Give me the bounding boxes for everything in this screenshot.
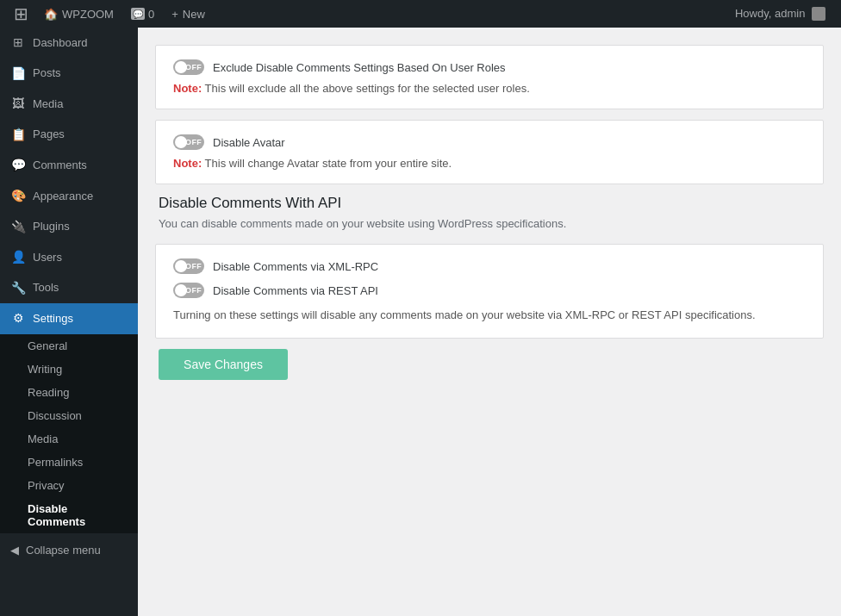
sidebar-label-tools: Tools	[33, 280, 59, 296]
avatar	[812, 7, 825, 21]
sidebar-item-tools[interactable]: 🔧 Tools	[0, 273, 138, 304]
sidebar-label-media: Media	[33, 96, 63, 112]
main-content: OFF Exclude Disable Comments Settings Ba…	[138, 28, 841, 616]
toggle-off-label-3: OFF	[185, 262, 202, 271]
note-label-2: Note:	[173, 157, 202, 170]
toggle-off-label-4: OFF	[185, 286, 202, 295]
collapse-menu-button[interactable]: ◀ Collapse menu	[0, 537, 138, 563]
settings-submenu: General Writing Reading Discussion Media…	[0, 334, 138, 533]
submenu-label-media: Media	[28, 432, 58, 445]
note-text-2: This will change Avatar state from your …	[202, 157, 452, 170]
exclude-roles-toggle-row: OFF Exclude Disable Comments Settings Ba…	[173, 59, 806, 75]
sidebar-label-comments: Comments	[33, 158, 87, 173]
plus-icon: +	[171, 8, 178, 21]
toggle-off-label: OFF	[185, 63, 202, 72]
wp-logo[interactable]: ⊞	[7, 3, 35, 24]
comment-bubble-icon: 💬	[131, 8, 145, 20]
submenu-label-permalinks: Permalinks	[28, 456, 83, 469]
sidebar-item-media[interactable]: 🖼 Media	[0, 89, 138, 120]
submenu-item-discussion[interactable]: Discussion	[0, 404, 138, 427]
sidebar-label-plugins: Plugins	[33, 219, 70, 234]
xmlrpc-toggle-row: OFF Disable Comments via XML-RPC	[173, 258, 806, 274]
dashboard-icon: ⊞	[10, 34, 26, 52]
submenu-label-reading: Reading	[28, 386, 69, 399]
api-section-heading-wrap: Disable Comments With API You can disabl…	[155, 195, 824, 230]
submenu-item-writing[interactable]: Writing	[0, 358, 138, 381]
howdy-text: Howdy, admin	[735, 7, 805, 20]
xmlrpc-label: Disable Comments via XML-RPC	[213, 260, 378, 273]
collapse-label: Collapse menu	[26, 544, 101, 557]
save-changes-button[interactable]: Save Changes	[159, 349, 288, 380]
toggle-off-label-2: OFF	[185, 138, 202, 146]
adminbar-site-link[interactable]: 🏠 WPZOOM	[35, 0, 122, 28]
rest-api-toggle-row: OFF Disable Comments via REST API	[173, 283, 806, 298]
exclude-roles-card: OFF Exclude Disable Comments Settings Ba…	[155, 45, 824, 109]
submenu-item-privacy[interactable]: Privacy	[0, 474, 138, 497]
appearance-icon: 🎨	[10, 188, 26, 205]
submenu-item-general[interactable]: General	[0, 334, 138, 358]
submenu-label-disable-comments: Disable Comments	[28, 502, 85, 528]
disable-avatar-toggle-row: OFF Disable Avatar	[173, 134, 806, 150]
posts-icon: 📄	[10, 65, 26, 83]
disable-avatar-card: OFF Disable Avatar Note: This will chang…	[155, 120, 824, 184]
sidebar-item-plugins[interactable]: 🔌 Plugins	[0, 212, 138, 243]
sidebar-item-comments[interactable]: 💬 Comments	[0, 150, 138, 181]
xmlrpc-toggle[interactable]: OFF	[173, 258, 204, 274]
exclude-roles-label: Exclude Disable Comments Settings Based …	[213, 61, 506, 74]
disable-avatar-note: Note: This will change Avatar state from…	[173, 157, 806, 170]
api-description: Turning on these settings will disable a…	[173, 307, 806, 324]
submenu-item-disable-comments[interactable]: Disable Comments	[0, 497, 138, 533]
rest-api-label: Disable Comments via REST API	[213, 284, 378, 297]
collapse-arrow-icon: ◀	[10, 544, 19, 557]
adminbar-comments-link[interactable]: 💬 0	[122, 0, 163, 28]
disable-avatar-toggle[interactable]: OFF	[173, 134, 204, 150]
sidebar-label-users: Users	[33, 250, 62, 265]
site-name: WPZOOM	[62, 8, 114, 21]
sidebar-label-pages: Pages	[33, 127, 65, 142]
sidebar-label-appearance: Appearance	[33, 189, 93, 204]
comments-count: 0	[148, 8, 154, 21]
submenu-label-general: General	[28, 339, 67, 352]
submenu-label-discussion: Discussion	[28, 409, 82, 422]
rest-api-toggle[interactable]: OFF	[173, 283, 204, 298]
admin-bar: ⊞ 🏠 WPZOOM 💬 0 + New Howdy, admin	[0, 0, 841, 28]
sidebar-item-dashboard[interactable]: ⊞ Dashboard	[0, 28, 138, 59]
api-section-heading: Disable Comments With API	[159, 195, 820, 212]
submenu-item-permalinks[interactable]: Permalinks	[0, 451, 138, 474]
save-wrap: Save Changes	[155, 349, 824, 380]
pages-icon: 📋	[10, 127, 26, 144]
note-text-1: This will exclude all the above settings…	[202, 82, 530, 95]
api-card: OFF Disable Comments via XML-RPC OFF Dis…	[155, 244, 824, 339]
comments-icon: 💬	[10, 157, 26, 174]
disable-avatar-label: Disable Avatar	[213, 136, 285, 149]
sidebar-label-posts: Posts	[33, 65, 61, 81]
submenu-item-reading[interactable]: Reading	[0, 381, 138, 404]
tools-icon: 🔧	[10, 280, 26, 297]
sidebar-item-appearance[interactable]: 🎨 Appearance	[0, 181, 138, 212]
users-icon: 👤	[10, 249, 26, 266]
adminbar-new-link[interactable]: + New	[163, 0, 214, 28]
sidebar-label-settings: Settings	[33, 311, 73, 327]
submenu-label-privacy: Privacy	[28, 479, 65, 492]
new-label: New	[183, 8, 205, 21]
exclude-roles-note: Note: This will exclude all the above se…	[173, 82, 806, 95]
home-icon: 🏠	[44, 8, 58, 21]
sidebar-item-settings[interactable]: ⚙ Settings	[0, 303, 138, 334]
adminbar-user[interactable]: Howdy, admin	[726, 7, 834, 22]
exclude-roles-toggle[interactable]: OFF	[173, 59, 204, 75]
sidebar-item-posts[interactable]: 📄 Posts	[0, 59, 138, 90]
plugins-icon: 🔌	[10, 219, 26, 236]
sidebar: ⊞ Dashboard 📄 Posts 🖼 Media 📋 Pages 💬 Co…	[0, 28, 138, 616]
sidebar-item-users[interactable]: 👤 Users	[0, 242, 138, 273]
submenu-label-writing: Writing	[28, 363, 62, 376]
note-label-1: Note:	[173, 82, 202, 95]
media-icon: 🖼	[10, 96, 26, 113]
sidebar-item-pages[interactable]: 📋 Pages	[0, 120, 138, 151]
sidebar-label-dashboard: Dashboard	[33, 35, 88, 51]
api-section-subtext: You can disable comments made on your we…	[159, 217, 820, 230]
submenu-item-media[interactable]: Media	[0, 427, 138, 451]
settings-icon: ⚙	[10, 310, 26, 327]
